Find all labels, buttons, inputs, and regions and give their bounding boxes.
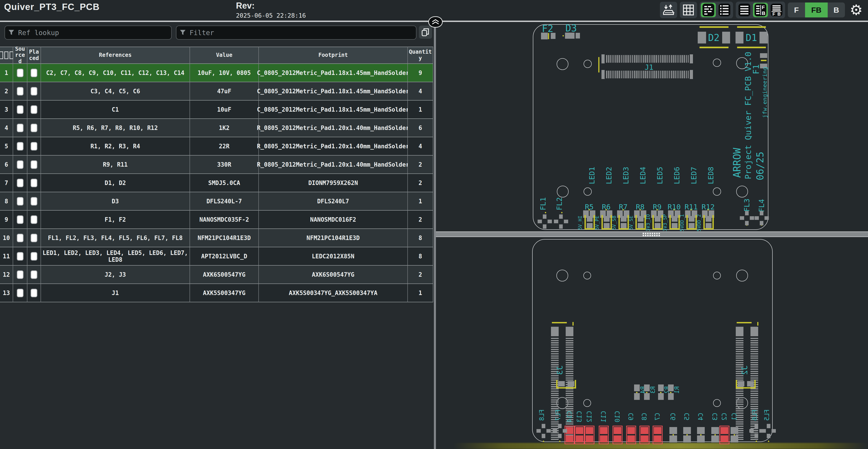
- double-chevron-up-icon: [431, 19, 440, 25]
- bom-row-12[interactable]: 12J2, J3AXK6S00547YGAXK6S00547YG2: [0, 266, 433, 284]
- bom-row-5[interactable]: 5R1, R2, R3, R422RR_0805_2012Metric_Pad1…: [0, 137, 433, 156]
- splitter-grip-dot: [643, 233, 644, 234]
- row-number: 7: [0, 174, 13, 192]
- sourced-checkbox[interactable]: [17, 142, 23, 150]
- vertical-splitter[interactable]: [434, 22, 436, 449]
- bom-row-13[interactable]: 13J1AXK5S00347YGAXK5S00347YG_AXK5S00347Y…: [0, 284, 433, 302]
- placed-checkbox[interactable]: [31, 216, 37, 223]
- row-number: 11: [0, 247, 13, 266]
- column-header-Sourced[interactable]: Sourced: [13, 46, 27, 64]
- row-number: 6: [0, 156, 13, 174]
- bom-view-grouped-button[interactable]: [701, 3, 716, 17]
- references-cell: F1, F2: [41, 211, 190, 229]
- column-header-Placed[interactable]: Placed: [27, 46, 41, 64]
- splitter-grip-dot: [656, 235, 658, 236]
- footprint-cell: C_0805_2012Metric_Pad1.18x1.45mm_HandSol…: [259, 64, 408, 82]
- bom-row-3[interactable]: 3C110uFC_0805_2012Metric_Pad1.18x1.45mm_…: [0, 100, 433, 119]
- layout-top-bottom-button[interactable]: F B: [769, 3, 784, 17]
- svg-text:F: F: [762, 4, 765, 10]
- references-cell: D3: [41, 192, 190, 211]
- layout-bom-only-button[interactable]: [737, 3, 752, 17]
- ref-lookup-input[interactable]: [4, 26, 172, 40]
- placed-checkbox[interactable]: [31, 234, 37, 242]
- value-cell: APT2012LVBC_D: [190, 247, 259, 266]
- settings-button[interactable]: ⚙: [848, 2, 865, 18]
- filter-input[interactable]: [176, 26, 416, 40]
- bom-row-7[interactable]: 7D1, D2SMDJ5.0CADIONM7959X262N2: [0, 174, 433, 192]
- filter-funnel-icon: [180, 29, 186, 35]
- placed-checkbox[interactable]: [31, 253, 37, 260]
- toolbar: F B F B F FB B: [660, 1, 865, 19]
- bom-only-icon: [738, 3, 751, 17]
- pcb-back-canvas[interactable]: [436, 237, 868, 449]
- svg-text:B: B: [777, 11, 781, 17]
- references-cell: FL1, FL2, FL3, FL4, FL5, FL6, FL7, FL8: [41, 229, 190, 247]
- sourced-cell: [13, 266, 27, 284]
- sourced-cell: [13, 119, 27, 137]
- placed-checkbox[interactable]: [31, 179, 37, 187]
- sourced-checkbox[interactable]: [17, 124, 23, 132]
- placed-checkbox[interactable]: [31, 124, 37, 132]
- copy-bom-button[interactable]: [419, 26, 432, 39]
- column-header-Footprint[interactable]: Footprint: [259, 46, 408, 64]
- row-number: 12: [0, 266, 13, 284]
- layer-front-back-button[interactable]: FB: [805, 2, 828, 18]
- sourced-checkbox[interactable]: [17, 289, 23, 297]
- placed-checkbox[interactable]: [31, 87, 37, 95]
- sourced-checkbox[interactable]: [17, 106, 23, 114]
- bom-view-ungrouped-button[interactable]: [717, 3, 732, 17]
- bom-row-11[interactable]: 11LED1, LED2, LED3, LED4, LED5, LED6, LE…: [0, 247, 433, 266]
- references-cell: R1, R2, R3, R4: [41, 137, 190, 156]
- quantity-cell: 1: [408, 192, 433, 211]
- layer-front-button[interactable]: F: [788, 2, 805, 18]
- column-header-References[interactable]: References: [41, 46, 190, 64]
- interactive-bom-app: Quiver_PT3_FC_PCB Rev: 2025-06-05 22:28:…: [0, 0, 868, 449]
- sourced-checkbox[interactable]: [17, 179, 23, 187]
- placed-checkbox[interactable]: [31, 106, 37, 114]
- column-header-glyph[interactable]: [0, 46, 13, 64]
- bom-row-6[interactable]: 6R9, R11330RR_0805_2012Metric_Pad1.20x1.…: [0, 156, 433, 174]
- placed-checkbox[interactable]: [31, 197, 37, 205]
- sourced-checkbox[interactable]: [17, 69, 23, 77]
- pcb-front-canvas[interactable]: [436, 22, 868, 231]
- sourced-checkbox[interactable]: [17, 216, 23, 223]
- placed-cell: [27, 82, 41, 100]
- placed-checkbox[interactable]: [31, 142, 37, 150]
- layout-left-right-icon: F B: [754, 3, 767, 17]
- sourced-checkbox[interactable]: [17, 161, 23, 168]
- sourced-checkbox[interactable]: [17, 271, 23, 279]
- placed-checkbox[interactable]: [31, 69, 37, 77]
- layout-top-bottom-icon: F B: [770, 3, 783, 17]
- sourced-checkbox[interactable]: [17, 197, 23, 205]
- placed-checkbox[interactable]: [31, 161, 37, 168]
- sourced-checkbox[interactable]: [17, 234, 23, 242]
- layout-left-right-button[interactable]: F B: [753, 3, 768, 17]
- sourced-cell: [13, 100, 27, 119]
- bom-row-4[interactable]: 4R5, R6, R7, R8, R10, R121K2R_0805_2012M…: [0, 119, 433, 137]
- sourced-checkbox[interactable]: [17, 253, 23, 260]
- references-cell: R5, R6, R7, R8, R10, R12: [41, 119, 190, 137]
- bottom-silk-glow: [453, 443, 868, 449]
- references-cell: C1: [41, 100, 190, 119]
- placed-checkbox[interactable]: [31, 271, 37, 279]
- references-cell: R9, R11: [41, 156, 190, 174]
- svg-text:F: F: [772, 11, 775, 17]
- bom-row-1[interactable]: 1C2, C7, C8, C9, C10, C11, C12, C13, C14…: [0, 64, 433, 82]
- stats-button[interactable]: [680, 2, 697, 18]
- splitter-grip-dot: [658, 235, 660, 236]
- bom-row-8[interactable]: 8D3DFLS240L-7DFLS240L71: [0, 192, 433, 211]
- layer-back-button[interactable]: B: [828, 2, 845, 18]
- quantity-cell: 9: [408, 64, 433, 82]
- save-settings-button[interactable]: [660, 2, 677, 18]
- placed-checkbox[interactable]: [31, 289, 37, 297]
- splitter-collapse-handle[interactable]: [428, 16, 443, 28]
- bom-row-2[interactable]: 2C3, C4, C5, C647uFC_0805_2012Metric_Pad…: [0, 82, 433, 100]
- value-cell: SMDJ5.0CA: [190, 174, 259, 192]
- canvas-horizontal-splitter[interactable]: [436, 231, 868, 237]
- sourced-checkbox[interactable]: [17, 87, 23, 95]
- column-header-Quantity[interactable]: Quantity: [408, 46, 433, 64]
- bom-row-10[interactable]: 10FL1, FL2, FL3, FL4, FL5, FL6, FL7, FL8…: [0, 229, 433, 247]
- column-header-Value[interactable]: Value: [190, 46, 259, 64]
- footprint-cell: NFM21PC104R1E3D: [259, 229, 408, 247]
- bom-row-9[interactable]: 9F1, F2NANOSMDC035F-2NANOSMDC016F22: [0, 211, 433, 229]
